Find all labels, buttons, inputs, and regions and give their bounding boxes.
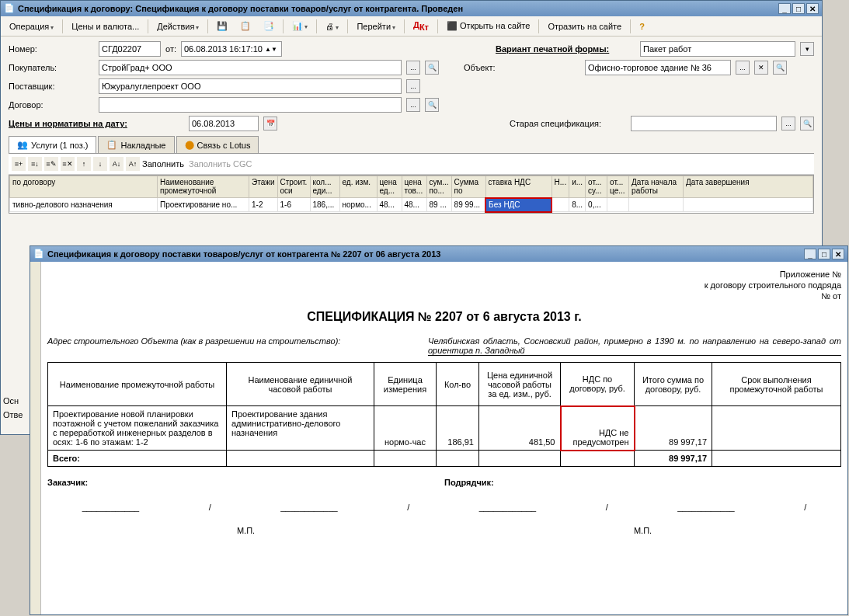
from-label: от: [165, 44, 176, 54]
object-label: Объект: [464, 63, 580, 72]
old-spec-choose[interactable]: ... [781, 117, 795, 131]
actions-menu[interactable]: Действия [151, 19, 204, 33]
fill-menu[interactable]: Заполнить [142, 159, 184, 169]
titlebar: 📄 Спецификация к договору: Спецификация … [1, 1, 822, 16]
add-row-icon[interactable]: ≡+ [12, 157, 26, 171]
col-ce[interactable]: от... це... [607, 176, 629, 198]
old-spec-search[interactable]: 🔍 [800, 117, 814, 131]
vat-doc-cell: НДС не предусмотрен [561, 406, 635, 451]
reflect-site-button[interactable]: Отразить на сайте [542, 19, 627, 33]
buyer-label: Покупатель: [9, 63, 94, 72]
move-down-icon[interactable]: ↓ [93, 157, 107, 171]
operation-menu[interactable]: Операция [4, 19, 59, 33]
tb-icon-1[interactable]: 💾 [211, 19, 233, 33]
buyer-choose[interactable]: ... [406, 61, 420, 75]
address-value: Челябинская область, Сосновский район, п… [428, 336, 841, 356]
tab-lotus[interactable]: ⬤Связь с Lotus [176, 136, 259, 153]
buyer-input[interactable]: СтройГрад+ ООО [99, 60, 402, 75]
supplier-input[interactable]: Южуралуглепроект ООО [99, 78, 402, 94]
minimize-button[interactable]: _ [778, 3, 791, 14]
to-contract: к договору строительного подряда [47, 280, 841, 290]
tb-icon-dk[interactable]: ДКт [408, 18, 434, 34]
supplier-choose[interactable]: ... [406, 79, 420, 93]
sort-desc-icon[interactable]: A↑ [126, 157, 140, 171]
bottom-labels: Осн Отве [3, 396, 23, 419]
col-n[interactable]: Н... [552, 176, 569, 198]
tb-icon-5[interactable]: 🖨 [320, 19, 344, 33]
tab-invoices[interactable]: 📋Накладные [98, 136, 174, 153]
fill-cgc-button: Заполнить CGC [189, 159, 252, 169]
sort-asc-icon[interactable]: A↓ [110, 157, 124, 171]
minimize-button-2[interactable]: _ [804, 249, 816, 259]
contract-search[interactable]: 🔍 [425, 98, 439, 112]
table-row[interactable]: тивно-делового назначения Проектирование… [10, 198, 813, 212]
col-start[interactable]: Дата начала работы [629, 176, 684, 198]
buyer-search[interactable]: 🔍 [425, 61, 439, 75]
col-unit[interactable]: ед. изм. [339, 176, 377, 198]
col-axes[interactable]: Строит. оси [277, 176, 310, 198]
norm-date-btn[interactable]: 📅 [263, 117, 277, 131]
add-copy-icon[interactable]: ≡↓ [28, 157, 42, 171]
spec-table: Наименование промежуточной работы Наимен… [47, 362, 841, 467]
col-qty[interactable]: кол... еди... [310, 176, 339, 198]
tb-icon-3[interactable]: 📑 [258, 19, 280, 33]
tab-services[interactable]: 👥Услуги (1 поз.) [9, 136, 96, 153]
edit-row-icon[interactable]: ≡✎ [44, 157, 58, 171]
services-grid[interactable]: по договору Наименование промежуточной Э… [9, 175, 814, 214]
object-choose[interactable]: ... [736, 61, 750, 75]
maximize-button[interactable]: □ [792, 3, 805, 14]
variant-select[interactable]: Пакет работ [640, 41, 795, 57]
open-site-button[interactable]: ⬛ Открыть на сайте [441, 19, 535, 33]
form-area: Номер: СГД02207 от: 06.08.2013 16:17:10 … [1, 37, 822, 218]
col-floors[interactable]: Этажи [249, 176, 278, 198]
col-ot[interactable]: от... су... [586, 176, 607, 198]
prices-button[interactable]: Цены и валюта... [66, 19, 144, 33]
maximize-button-2[interactable]: □ [818, 249, 830, 259]
col-i[interactable]: и... [569, 176, 586, 198]
date-input[interactable]: 06.08.2013 16:17:10 ▲▼ [181, 41, 282, 57]
app-icon: 📄 [4, 3, 15, 14]
old-spec-input[interactable] [631, 116, 777, 131]
ruler-v [30, 262, 41, 614]
col-price-tov[interactable]: цена тов... [402, 176, 426, 198]
col-end[interactable]: Дата завершения [684, 176, 813, 198]
contract-choose[interactable]: ... [406, 98, 420, 112]
help-button[interactable]: ? [634, 19, 650, 33]
col-vat[interactable]: ставка НДС [485, 176, 552, 198]
number-input[interactable]: СГД02207 [99, 41, 161, 57]
mp-contractor: М.П. [444, 526, 841, 535]
signatures: Заказчик: ____________/____________/ М.П… [47, 478, 841, 535]
supplier-label: Поставщик: [9, 82, 94, 91]
vat-cell: Без НДС [485, 198, 552, 212]
col-contract[interactable]: по договору [10, 176, 158, 198]
close-button-2[interactable]: ✕ [832, 249, 844, 259]
contract-input[interactable] [99, 97, 402, 113]
spec-row: Проектирование новой планировки поэтажно… [48, 406, 841, 451]
customer-label: Заказчик: [47, 478, 444, 487]
goto-menu[interactable]: Перейти [351, 19, 401, 33]
window-title: Спецификация к договору: Спецификация к … [18, 4, 778, 13]
mp-customer: М.П. [47, 526, 444, 535]
norm-date-input[interactable]: 06.08.2013 [189, 116, 259, 131]
doc-title: СПЕЦИФИКАЦИЯ № 2207 от 6 августа 2013 г. [47, 310, 841, 324]
object-input[interactable]: Офисно-торговое здание № 36 [585, 60, 731, 75]
move-up-icon[interactable]: ↑ [77, 157, 91, 171]
tb-icon-4[interactable]: 📊 [287, 19, 313, 33]
object-search[interactable]: 🔍 [773, 61, 787, 75]
col-sum-po[interactable]: Сумма по [451, 176, 485, 198]
tb-icon-2[interactable]: 📋 [235, 19, 256, 33]
col-price-ed[interactable]: цена ед... [377, 176, 402, 198]
print-preview-window: 📄 Спецификация к договору поставки товар… [30, 245, 848, 615]
object-clear[interactable]: ✕ [754, 61, 768, 75]
tab-strip: 👥Услуги (1 поз.) 📋Накладные ⬤Связь с Lot… [9, 136, 814, 154]
grid-toolbar: ≡+ ≡↓ ≡✎ ≡✕ ↑ ↓ A↓ A↑ Заполнить Заполнит… [9, 154, 814, 175]
close-button[interactable]: ✕ [806, 3, 819, 14]
delete-row-icon[interactable]: ≡✕ [61, 157, 75, 171]
old-spec-label: Старая спецификация: [510, 119, 626, 128]
col-inter-name[interactable]: Наименование промежуточной [158, 176, 249, 198]
contract-label: Договор: [9, 100, 94, 110]
address-label: Адрес строительного Объекта (как в разре… [47, 336, 428, 356]
col-sum[interactable]: сум... по... [426, 176, 451, 198]
variant-drop[interactable]: ▾ [800, 42, 814, 56]
window-title-2: Спецификация к договору поставки товаров… [47, 249, 804, 259]
